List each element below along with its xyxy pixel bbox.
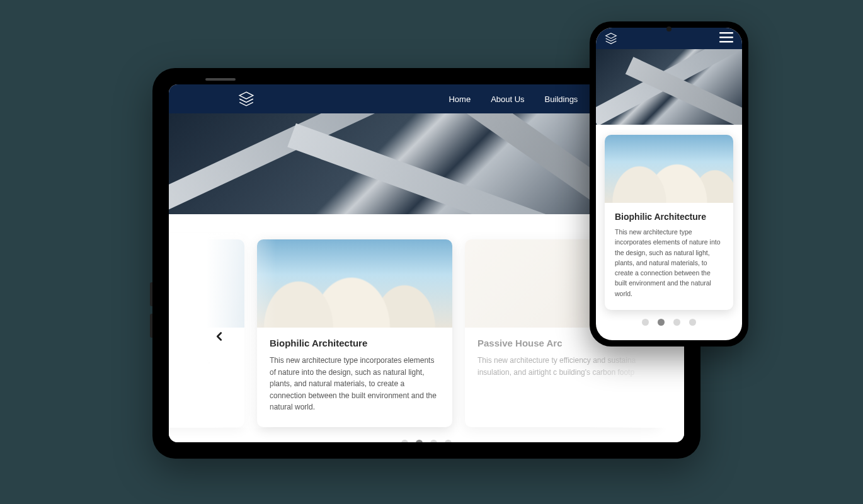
phone-screen: Biophilic Architecture This new architec… xyxy=(596,28,742,340)
carousel-prev-button[interactable] xyxy=(207,324,232,349)
card-text: ites technology into IoT, and data analy… xyxy=(169,355,232,378)
chevron-left-icon xyxy=(212,329,226,343)
card-text: This new architecture type incorporates … xyxy=(270,355,440,413)
carousel-dot[interactable] xyxy=(430,440,437,442)
hamburger-icon xyxy=(719,32,733,43)
carousel-dots xyxy=(169,440,684,442)
nav-about-us[interactable]: About Us xyxy=(491,94,524,104)
card-image xyxy=(605,135,733,203)
nav-buildings[interactable]: Buildings xyxy=(545,94,578,104)
carousel-card-active[interactable]: Biophilic Architecture This new architec… xyxy=(605,135,733,310)
carousel-dot[interactable] xyxy=(673,319,680,326)
carousel-dot[interactable] xyxy=(689,319,696,326)
card-text: This new architecture type incorporates … xyxy=(615,227,723,299)
logo-icon xyxy=(238,91,254,107)
svg-rect-1 xyxy=(719,37,733,38)
carousel-dot[interactable] xyxy=(401,440,408,442)
phone-carousel: Biophilic Architecture This new architec… xyxy=(596,125,742,340)
svg-rect-2 xyxy=(719,41,733,43)
carousel-dot[interactable] xyxy=(445,440,452,442)
nav-home[interactable]: Home xyxy=(449,94,471,104)
hamburger-menu-button[interactable] xyxy=(719,32,733,45)
phone-camera-icon xyxy=(666,26,672,32)
phone-device: Biophilic Architecture This new architec… xyxy=(590,21,748,346)
card-title: Biophilic Architecture xyxy=(615,212,723,222)
card-title: Biophilic Architecture xyxy=(270,338,440,348)
carousel-dot-active[interactable] xyxy=(416,440,423,442)
carousel-card-active[interactable]: Biophilic Architecture This new architec… xyxy=(257,239,452,427)
card-text: This new architecture ty efficiency and … xyxy=(477,355,648,378)
phone-hero-image xyxy=(596,49,742,125)
carousel-dots xyxy=(605,319,733,333)
carousel-dot[interactable] xyxy=(642,319,649,326)
svg-rect-0 xyxy=(719,32,733,34)
carousel-dot-active[interactable] xyxy=(658,319,665,326)
card-image xyxy=(169,239,244,328)
logo-icon xyxy=(605,32,617,45)
tablet-nav: Home About Us Buildings Co xyxy=(449,94,609,104)
card-image xyxy=(257,239,452,328)
